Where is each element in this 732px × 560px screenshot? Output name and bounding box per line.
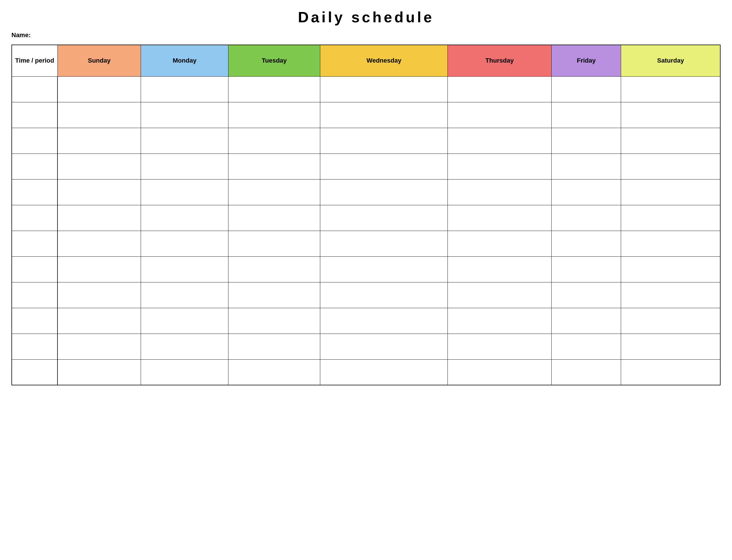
thursday-cell[interactable] [448, 179, 552, 205]
monday-cell[interactable] [141, 359, 228, 385]
wednesday-cell[interactable] [320, 128, 448, 154]
tuesday-cell[interactable] [228, 256, 320, 282]
sunday-cell[interactable] [57, 308, 141, 334]
sunday-cell[interactable] [57, 256, 141, 282]
wednesday-cell[interactable] [320, 359, 448, 385]
tuesday-cell[interactable] [228, 205, 320, 231]
wednesday-cell[interactable] [320, 256, 448, 282]
tuesday-cell[interactable] [228, 359, 320, 385]
tuesday-cell[interactable] [228, 76, 320, 102]
thursday-cell[interactable] [448, 231, 552, 256]
time-cell[interactable] [12, 231, 57, 256]
monday-cell[interactable] [141, 334, 228, 359]
thursday-cell[interactable] [448, 334, 552, 359]
friday-cell[interactable] [552, 256, 621, 282]
monday-cell[interactable] [141, 76, 228, 102]
friday-cell[interactable] [552, 334, 621, 359]
friday-cell[interactable] [552, 102, 621, 128]
time-cell[interactable] [12, 308, 57, 334]
schedule-table: Time / period Sunday Monday Tuesday Wedn… [11, 45, 721, 385]
sunday-cell[interactable] [57, 179, 141, 205]
monday-cell[interactable] [141, 179, 228, 205]
time-cell[interactable] [12, 102, 57, 128]
tuesday-cell[interactable] [228, 231, 320, 256]
tuesday-cell[interactable] [228, 179, 320, 205]
time-cell[interactable] [12, 282, 57, 308]
time-cell[interactable] [12, 359, 57, 385]
monday-cell[interactable] [141, 205, 228, 231]
monday-cell[interactable] [141, 231, 228, 256]
thursday-cell[interactable] [448, 154, 552, 179]
time-cell[interactable] [12, 205, 57, 231]
time-cell[interactable] [12, 334, 57, 359]
saturday-cell[interactable] [621, 76, 720, 102]
saturday-cell[interactable] [621, 359, 720, 385]
wednesday-cell[interactable] [320, 282, 448, 308]
tuesday-cell[interactable] [228, 102, 320, 128]
schedule-body [12, 76, 720, 385]
tuesday-cell[interactable] [228, 154, 320, 179]
time-cell[interactable] [12, 76, 57, 102]
thursday-cell[interactable] [448, 308, 552, 334]
wednesday-cell[interactable] [320, 76, 448, 102]
tuesday-cell[interactable] [228, 308, 320, 334]
wednesday-cell[interactable] [320, 205, 448, 231]
sunday-cell[interactable] [57, 359, 141, 385]
wednesday-cell[interactable] [320, 231, 448, 256]
monday-cell[interactable] [141, 282, 228, 308]
sunday-cell[interactable] [57, 282, 141, 308]
saturday-cell[interactable] [621, 179, 720, 205]
thursday-cell[interactable] [448, 205, 552, 231]
wednesday-cell[interactable] [320, 334, 448, 359]
sunday-cell[interactable] [57, 231, 141, 256]
sunday-cell[interactable] [57, 334, 141, 359]
saturday-cell[interactable] [621, 231, 720, 256]
sunday-cell[interactable] [57, 128, 141, 154]
friday-cell[interactable] [552, 205, 621, 231]
saturday-cell[interactable] [621, 205, 720, 231]
sunday-cell[interactable] [57, 102, 141, 128]
time-cell[interactable] [12, 154, 57, 179]
thursday-cell[interactable] [448, 359, 552, 385]
thursday-cell[interactable] [448, 102, 552, 128]
friday-cell[interactable] [552, 76, 621, 102]
time-cell[interactable] [12, 128, 57, 154]
monday-cell[interactable] [141, 154, 228, 179]
wednesday-header: Wednesday [320, 45, 448, 76]
friday-cell[interactable] [552, 282, 621, 308]
friday-cell[interactable] [552, 231, 621, 256]
wednesday-cell[interactable] [320, 102, 448, 128]
saturday-cell[interactable] [621, 308, 720, 334]
monday-cell[interactable] [141, 128, 228, 154]
tuesday-cell[interactable] [228, 128, 320, 154]
monday-cell[interactable] [141, 308, 228, 334]
time-cell[interactable] [12, 179, 57, 205]
wednesday-cell[interactable] [320, 308, 448, 334]
sunday-cell[interactable] [57, 76, 141, 102]
thursday-cell[interactable] [448, 256, 552, 282]
saturday-cell[interactable] [621, 334, 720, 359]
friday-cell[interactable] [552, 359, 621, 385]
monday-cell[interactable] [141, 102, 228, 128]
sunday-cell[interactable] [57, 205, 141, 231]
saturday-cell[interactable] [621, 154, 720, 179]
tuesday-cell[interactable] [228, 282, 320, 308]
friday-cell[interactable] [552, 179, 621, 205]
wednesday-cell[interactable] [320, 154, 448, 179]
tuesday-cell[interactable] [228, 334, 320, 359]
monday-cell[interactable] [141, 256, 228, 282]
sunday-cell[interactable] [57, 154, 141, 179]
thursday-cell[interactable] [448, 76, 552, 102]
friday-cell[interactable] [552, 128, 621, 154]
time-cell[interactable] [12, 256, 57, 282]
saturday-cell[interactable] [621, 282, 720, 308]
friday-cell[interactable] [552, 308, 621, 334]
thursday-cell[interactable] [448, 128, 552, 154]
wednesday-cell[interactable] [320, 179, 448, 205]
saturday-cell[interactable] [621, 256, 720, 282]
thursday-cell[interactable] [448, 282, 552, 308]
friday-cell[interactable] [552, 154, 621, 179]
saturday-cell[interactable] [621, 102, 720, 128]
table-row [12, 256, 720, 282]
saturday-cell[interactable] [621, 128, 720, 154]
